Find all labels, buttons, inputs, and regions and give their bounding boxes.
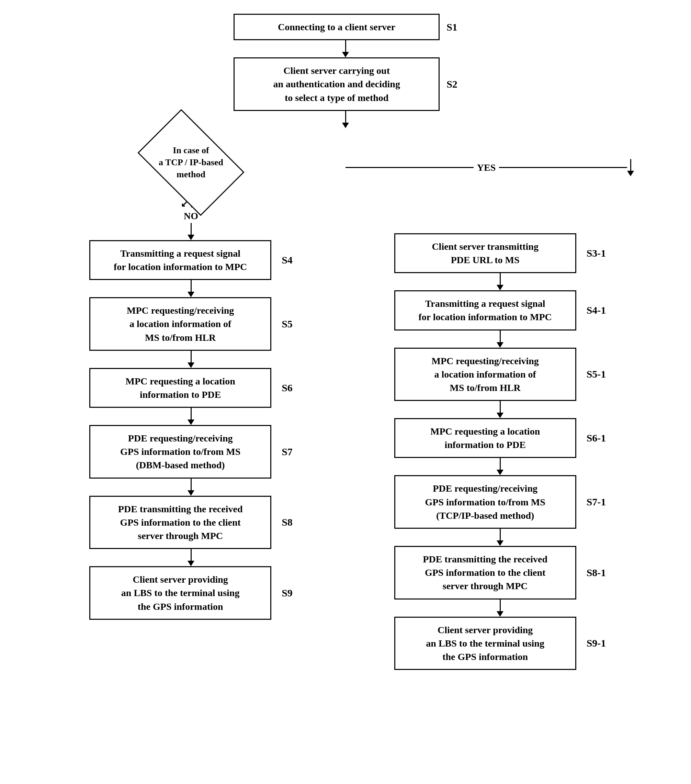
s6-1-label: S6-1 [587, 432, 606, 444]
s5-1-row: MPC requesting/receiving a location info… [394, 348, 606, 401]
s4-1-label: S4-1 [587, 305, 606, 316]
s5-1-text: MPC requesting/receiving a location info… [431, 356, 538, 393]
s2-row: Client server carrying out an authentica… [234, 58, 457, 111]
s9-text: Client server providing an LBS to the te… [121, 574, 240, 611]
s3-1-text: Client server transmitting PDE URL to MS [432, 241, 538, 265]
s1-label: S1 [446, 21, 457, 33]
s6-1-box: MPC requesting a location information to… [394, 418, 576, 458]
s4-label: S4 [281, 254, 293, 266]
left-branch: Transmitting a request signal for locati… [36, 223, 346, 620]
s8-text: PDE transmitting the received GPS inform… [118, 504, 243, 541]
s8-box: PDE transmitting the received GPS inform… [89, 496, 271, 549]
s9-1-box: Client server providing an LBS to the te… [394, 617, 576, 670]
s3-1-label: S3-1 [587, 247, 606, 259]
yes-arrow-down [627, 159, 634, 176]
s2-text: Client server carrying out an authentica… [273, 65, 400, 103]
diamond-with-label: In case of a TCP / IP-based method ↙ S3 … [140, 128, 242, 223]
arrow-s3-1-s4-1 [497, 273, 503, 290]
s8-1-box: PDE transmitting the received GPS inform… [394, 546, 576, 600]
arrow-s6-1-s7-1 [497, 458, 503, 475]
yes-hline [346, 167, 474, 168]
s9-1-row: Client server providing an LBS to the te… [394, 617, 606, 670]
arrow-no-s4 [188, 223, 194, 240]
s1-text: Connecting to a client server [278, 21, 395, 32]
s9-1-text: Client server providing an LBS to the te… [426, 624, 545, 662]
s7-1-label: S7-1 [587, 496, 606, 508]
s2-label: S2 [446, 78, 457, 90]
s4-box: Transmitting a request signal for locati… [89, 240, 271, 280]
s7-text: PDE requesting/receiving GPS information… [120, 433, 240, 470]
s8-1-label: S8-1 [587, 567, 606, 578]
s4-1-row: Transmitting a request signal for locati… [394, 290, 606, 330]
s5-text: MPC requesting/receiving a location info… [127, 305, 234, 343]
s9-box: Client server providing an LBS to the te… [89, 566, 271, 620]
arrow-s1-s2 [342, 40, 349, 58]
diamond-row: In case of a TCP / IP-based method ↙ S3 … [36, 128, 655, 223]
s5-1-box: MPC requesting/receiving a location info… [394, 348, 576, 401]
yes-hline2 [499, 167, 627, 168]
s6-1-text: MPC requesting a location information to… [430, 426, 540, 450]
arrow-s2-s3 [342, 111, 349, 128]
s4-1-text: Transmitting a request signal for locati… [419, 298, 552, 322]
s6-label: S6 [281, 382, 293, 394]
s3-1-box: Client server transmitting PDE URL to MS [394, 233, 576, 273]
s7-box: PDE requesting/receiving GPS information… [89, 425, 271, 479]
s7-1-row: PDE requesting/receiving GPS information… [394, 475, 606, 529]
s7-row: PDE requesting/receiving GPS information… [89, 425, 293, 479]
s5-row: MPC requesting/receiving a location info… [89, 297, 293, 351]
right-branch: Client server transmitting PDE URL to MS… [346, 223, 655, 670]
s7-1-text: PDE requesting/receiving GPS information… [425, 483, 545, 520]
s6-box: MPC requesting a location information to… [89, 368, 271, 408]
s8-label: S8 [281, 516, 293, 528]
s5-label: S5 [281, 318, 293, 330]
s1-box: Connecting to a client server [234, 14, 439, 40]
s3-diamond-container: In case of a TCP / IP-based method [140, 128, 242, 197]
s8-row: PDE transmitting the received GPS inform… [89, 496, 293, 549]
s4-1-box: Transmitting a request signal for locati… [394, 290, 576, 330]
s8-1-row: PDE transmitting the received GPS inform… [394, 546, 606, 600]
s6-text: MPC requesting a location information to… [126, 376, 235, 400]
s4-text: Transmitting a request signal for locati… [114, 248, 247, 272]
s5-box: MPC requesting/receiving a location info… [89, 297, 271, 351]
arrow-s5-s6 [188, 351, 194, 368]
s5-1-label: S5-1 [587, 368, 606, 380]
s3-diamond-text: In case of a TCP / IP-based method [159, 144, 223, 180]
s6-1-row: MPC requesting a location information to… [394, 418, 606, 458]
no-label: NO [184, 211, 198, 222]
arrow-s8-1-s9-1 [497, 600, 503, 617]
arrow-s4-s5 [188, 280, 194, 297]
s4-row: Transmitting a request signal for locati… [89, 240, 293, 280]
two-branch: Transmitting a request signal for locati… [36, 223, 655, 670]
arrow-s8-s9 [188, 549, 194, 566]
arrow-s4-1-s5-1 [497, 331, 503, 348]
flowchart-diagram: Connecting to a client server S1 Client … [36, 14, 655, 670]
s3-1-row: Client server transmitting PDE URL to MS… [394, 233, 606, 273]
arrow-s7-s8 [188, 479, 194, 496]
yes-connector: YES [346, 159, 634, 176]
arrow-s7-1-s8-1 [497, 529, 503, 546]
s9-label: S9 [281, 587, 293, 599]
s6-row: MPC requesting a location information to… [89, 368, 293, 408]
s7-label: S7 [281, 446, 293, 458]
diamond-area: In case of a TCP / IP-based method ↙ S3 … [36, 128, 346, 223]
arrow-s6-s7 [188, 408, 194, 425]
s9-1-label: S9-1 [587, 637, 606, 649]
arrow-s5-1-s6-1 [497, 401, 503, 418]
s8-1-text: PDE transmitting the received GPS inform… [423, 554, 548, 591]
s1-row: Connecting to a client server S1 [234, 14, 457, 40]
s2-box: Client server carrying out an authentica… [234, 58, 439, 111]
s7-1-box: PDE requesting/receiving GPS information… [394, 475, 576, 529]
s9-row: Client server providing an LBS to the te… [89, 566, 293, 620]
yes-label: YES [477, 162, 495, 173]
